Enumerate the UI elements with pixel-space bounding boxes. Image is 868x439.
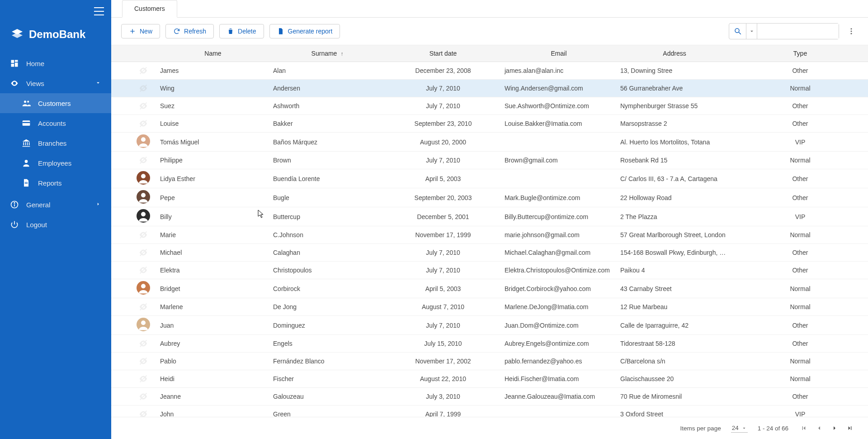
search-dropdown-icon[interactable]	[746, 24, 757, 39]
cell-type: Normal	[732, 353, 868, 370]
page-size-select[interactable]: 24	[731, 424, 748, 433]
search-input[interactable]	[757, 24, 839, 39]
col-name[interactable]: Name	[156, 45, 269, 62]
search-box	[729, 23, 839, 39]
cell-date: July 15, 2010	[385, 335, 501, 353]
table-row[interactable]: JeanneGalouzeauJuly 3, 2010Jeanne.Galouz…	[111, 388, 868, 406]
cell-surname: Calaghan	[269, 244, 385, 262]
card-icon	[22, 119, 31, 128]
table-row[interactable]: MarieC.JohnsonNovember 17, 1999marie.joh…	[111, 226, 868, 244]
cell-type: Other	[732, 115, 868, 133]
cell-email: Aubrey.Engels@ontimize.com	[501, 335, 617, 353]
cell-type: Other	[732, 335, 868, 353]
dashboard-icon	[10, 59, 19, 68]
cell-email: james.alan@alan.inc	[501, 62, 617, 80]
cell-email: Brown@gmail.com	[501, 152, 617, 169]
table-row[interactable]: HeidiFischerAugust 22, 2010Heidi.Fischer…	[111, 370, 868, 388]
cell-name: Jeanne	[156, 388, 269, 406]
svg-point-25	[141, 174, 146, 178]
nav-reports[interactable]: Reports	[0, 173, 111, 193]
col-address[interactable]: Address	[617, 45, 732, 62]
cell-surname: Engels	[269, 335, 385, 353]
nav-accounts[interactable]: Accounts	[0, 113, 111, 133]
table-row[interactable]: JohnGreenApril 7, 19993 Oxford StreetVIP	[111, 406, 868, 417]
cell-surname: Baños Márquez	[269, 133, 385, 152]
nav-home[interactable]: Home	[0, 53, 111, 73]
bank-icon	[22, 138, 31, 148]
cell-email	[501, 169, 617, 188]
search-icon[interactable]	[729, 24, 746, 39]
nav-customers[interactable]: Customers	[0, 93, 111, 113]
cell-type: Normal	[732, 226, 868, 244]
pager-label: Items per page	[680, 425, 721, 432]
nav-branches[interactable]: Branches	[0, 133, 111, 153]
generate-report-button[interactable]: Generate report	[269, 24, 340, 38]
col-checkbox[interactable]	[111, 45, 133, 62]
cell-name: Philippe	[156, 152, 269, 169]
table-scroll[interactable]: Name Surname↑ Start date Email Address T…	[111, 45, 868, 417]
tab-customers[interactable]: Customers	[122, 0, 177, 18]
nav-reports-label: Reports	[38, 179, 62, 187]
cell-type: Other	[732, 188, 868, 207]
table-row[interactable]: LouiseBakkerSeptember 23, 2010Louise.Bak…	[111, 115, 868, 133]
eye-off-icon	[137, 354, 150, 368]
table-row[interactable]: WingAndersenJuly 7, 2010Wing.Andersen@gm…	[111, 80, 868, 97]
table-row[interactable]: MichaelCalaghanJuly 7, 2010Michael.Calag…	[111, 244, 868, 262]
page-next-icon[interactable]	[829, 423, 840, 434]
nav-general[interactable]: General	[0, 195, 111, 215]
page-prev-icon[interactable]	[814, 423, 825, 434]
table-row[interactable]: JamesAlanDecember 23, 2008james.alan@ala…	[111, 62, 868, 80]
cell-name: Louise	[156, 115, 269, 133]
nav-general-label: General	[26, 201, 50, 209]
col-surname[interactable]: Surname↑	[269, 45, 385, 62]
cell-name: Heidi	[156, 370, 269, 388]
col-type[interactable]: Type	[732, 45, 868, 62]
cell-type: Normal	[732, 80, 868, 97]
table-row[interactable]: JuanDominguezJuly 7, 2010Juan.Dom@Ontimi…	[111, 316, 868, 335]
cell-date: December 5, 2001	[385, 207, 501, 226]
page-last-icon[interactable]	[844, 423, 855, 434]
table-row[interactable]: Lidya EstherBuendía LorenteApril 5, 2003…	[111, 169, 868, 188]
table-row[interactable]: BillyButtercupDecember 5, 2001Billy.Butt…	[111, 207, 868, 226]
col-email[interactable]: Email	[501, 45, 617, 62]
refresh-button[interactable]: Refresh	[165, 24, 214, 38]
cell-name: Marie	[156, 226, 269, 244]
nav-views[interactable]: Views	[0, 73, 111, 93]
cell-email: Billy.Buttercup@ontimize.com	[501, 207, 617, 226]
col-startdate[interactable]: Start date	[385, 45, 501, 62]
cell-name: Michael	[156, 244, 269, 262]
col-avatar	[133, 45, 156, 62]
table-row[interactable]: BridgetCorbirockApril 5, 2003Bridget.Cor…	[111, 279, 868, 298]
cell-name: James	[156, 62, 269, 80]
table-row[interactable]: ElektraChristopoulosJuly 7, 2010Elektra.…	[111, 262, 868, 279]
avatar	[137, 171, 150, 185]
table-row[interactable]: SuezAshworthJuly 7, 2010Sue.Ashworth@Ont…	[111, 97, 868, 115]
chevron-down-icon	[95, 80, 101, 87]
table-row[interactable]: Tomás MiguelBaños MárquezAugust 20, 2000…	[111, 133, 868, 152]
delete-button[interactable]: Delete	[219, 24, 264, 38]
menu-toggle-icon[interactable]	[94, 7, 104, 15]
cell-date: August 20, 2000	[385, 133, 501, 152]
nav-employees[interactable]: Employees	[0, 153, 111, 173]
table-row[interactable]: PhilippeBrownJuly 7, 2010Brown@gmail.com…	[111, 152, 868, 169]
cell-surname: Bugle	[269, 188, 385, 207]
cell-surname: Fernández Blanco	[269, 353, 385, 370]
table-row[interactable]: PepeBugleSeptember 20, 2003Mark.Bugle@on…	[111, 188, 868, 207]
cell-name: Pablo	[156, 353, 269, 370]
cell-surname: Ashworth	[269, 97, 385, 115]
cell-address: Al. Huerto los Mortolitos, Totana	[617, 133, 732, 152]
cell-date: August 7, 2010	[385, 298, 501, 316]
table-row[interactable]: MarleneDe JongAugust 7, 2010Marlene.DeJo…	[111, 298, 868, 316]
chevron-right-icon	[95, 201, 101, 209]
cell-email: Michael.Calaghan@gmail.com	[501, 244, 617, 262]
svg-rect-0	[11, 60, 14, 63]
table-row[interactable]: PabloFernández BlancoNovember 17, 2002pa…	[111, 353, 868, 370]
page-first-icon[interactable]	[798, 423, 809, 434]
more-options-icon[interactable]	[844, 24, 858, 39]
cell-address: Marsopstrasse 2	[617, 115, 732, 133]
cell-type: VIP	[732, 207, 868, 226]
new-button[interactable]: New	[121, 24, 160, 38]
table-row[interactable]: AubreyEngelsJuly 15, 2010Aubrey.Engels@o…	[111, 335, 868, 353]
nav-logout[interactable]: Logout	[0, 215, 111, 234]
cell-email: Juan.Dom@Ontimize.com	[501, 316, 617, 335]
